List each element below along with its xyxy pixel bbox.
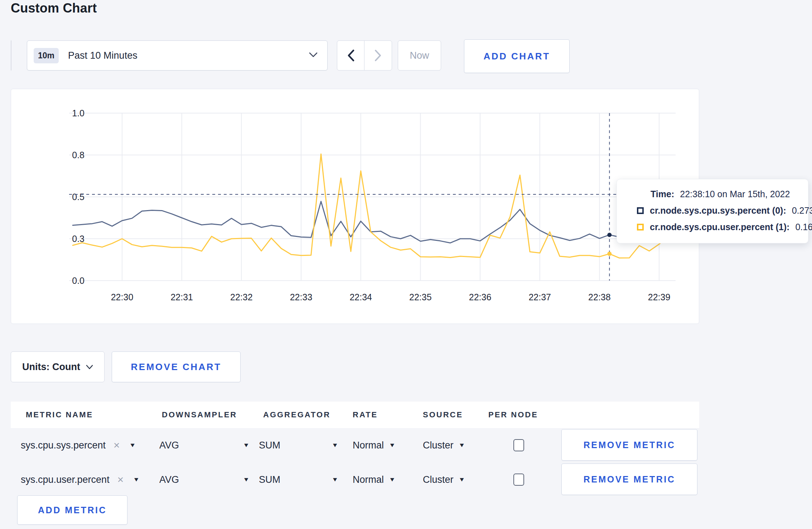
rate-select[interactable]: Normal ▼	[353, 428, 396, 462]
clear-metric-icon[interactable]: ×	[117, 474, 124, 486]
header-aggregator: AGGREGATOR	[263, 402, 330, 428]
downsampler-value: AVG	[159, 440, 179, 451]
chevron-down-icon	[309, 52, 318, 59]
add-metric-button[interactable]: ADD METRIC	[17, 495, 127, 525]
x-axis-tick-label: 22:38	[588, 292, 611, 302]
rate-select[interactable]: Normal ▼	[353, 462, 396, 497]
per-node-cell	[488, 462, 549, 497]
metric-name-select[interactable]: sys.cpu.user.percent × ▼	[21, 462, 140, 497]
caret-down-icon: ▼	[243, 442, 250, 449]
tooltip-time-value: 22:38:10 on Mar 15th, 2022	[680, 189, 790, 199]
cpu-line-chart[interactable]: 0.00.30.50.81.022:3022:3122:3222:3322:34…	[11, 89, 700, 324]
aggregator-select[interactable]: SUM ▼	[259, 462, 338, 497]
x-axis-tick-label: 22:36	[469, 292, 492, 302]
header-downsampler: DOWNSAMPLER	[162, 402, 237, 428]
now-button[interactable]: Now	[398, 40, 441, 71]
remove-metric-button[interactable]: REMOVE METRIC	[561, 464, 697, 495]
caret-down-icon: ▼	[389, 476, 396, 483]
time-step-buttons	[337, 40, 392, 71]
source-select[interactable]: Cluster ▼	[423, 428, 465, 462]
per-node-cell	[488, 428, 549, 462]
metric-name-select[interactable]: sys.cpu.sys.percent × ▼	[21, 428, 136, 462]
metrics-table-header: METRIC NAME DOWNSAMPLER AGGREGATOR RATE …	[11, 402, 699, 428]
per-node-checkbox[interactable]	[513, 439, 524, 451]
x-axis-tick-label: 22:30	[111, 292, 134, 302]
caret-down-icon: ▼	[389, 442, 396, 449]
header-rate: RATE	[353, 402, 378, 428]
caret-down-icon: ▼	[332, 476, 338, 483]
user-series-swatch-icon	[637, 224, 644, 230]
units-dropdown[interactable]: Units: Count	[11, 351, 105, 382]
aggregator-select[interactable]: SUM ▼	[259, 428, 338, 462]
metric-name-value: sys.cpu.sys.percent	[21, 440, 106, 451]
previous-time-button[interactable]	[337, 41, 364, 70]
tooltip-user-metric-value: 0.1601	[795, 222, 812, 232]
source-value: Cluster	[423, 440, 454, 451]
chevron-down-icon	[86, 365, 93, 369]
hover-point-dot	[607, 233, 612, 237]
toolbar-divider	[11, 40, 11, 71]
y-axis-tick-label: 0.8	[72, 150, 84, 160]
x-axis-tick-label: 22:32	[230, 292, 253, 302]
x-axis-tick-label: 22:31	[170, 292, 193, 302]
rate-value: Normal	[353, 440, 384, 451]
y-axis-tick-label: 0.3	[72, 234, 84, 244]
sys-cpu-line	[72, 202, 669, 243]
hover-point-dot	[607, 252, 612, 256]
rate-value: Normal	[353, 474, 384, 485]
caret-down-icon: ▼	[129, 442, 136, 449]
x-axis-tick-label: 22:39	[648, 292, 671, 302]
next-time-button[interactable]	[364, 41, 392, 70]
aggregator-value: SUM	[259, 440, 280, 451]
remove-metric-button[interactable]: REMOVE METRIC	[561, 429, 697, 461]
time-range-label: Past 10 Minutes	[68, 50, 137, 61]
downsampler-value: AVG	[159, 474, 179, 485]
add-chart-button[interactable]: ADD CHART	[464, 39, 570, 73]
metric-row: sys.cpu.user.percent × ▼ AVG ▼ SUM ▼ Nor…	[11, 462, 699, 497]
aggregator-value: SUM	[259, 474, 280, 485]
x-axis-tick-label: 22:33	[290, 292, 313, 302]
caret-down-icon: ▼	[243, 476, 250, 483]
header-source: SOURCE	[423, 402, 463, 428]
header-per-node: PER NODE	[488, 402, 538, 428]
caret-down-icon: ▼	[332, 442, 338, 449]
x-axis-tick-label: 22:35	[409, 292, 432, 302]
y-axis-tick-label: 0.5	[72, 192, 84, 202]
metric-row: sys.cpu.sys.percent × ▼ AVG ▼ SUM ▼ Norm…	[11, 428, 699, 462]
clear-metric-icon[interactable]: ×	[113, 439, 120, 451]
units-label: Units: Count	[22, 361, 80, 373]
x-axis-tick-label: 22:34	[349, 292, 372, 302]
tooltip-time-label: Time:	[651, 189, 674, 199]
page-title: Custom Chart	[11, 1, 97, 16]
downsampler-select[interactable]: AVG ▼	[159, 428, 250, 462]
tooltip-sys-metric-label: cr.node.sys.cpu.sys.percent (0):	[650, 205, 786, 216]
time-range-dropdown[interactable]: 10m Past 10 Minutes	[27, 40, 328, 71]
downsampler-select[interactable]: AVG ▼	[159, 462, 250, 497]
caret-down-icon: ▼	[459, 442, 465, 449]
custom-chart-panel: 0.00.30.50.81.022:3022:3122:3222:3322:34…	[11, 89, 699, 324]
x-axis-tick-label: 22:37	[528, 292, 551, 302]
header-metric-name: METRIC NAME	[26, 402, 93, 428]
chart-hover-tooltip: Time: 22:38:10 on Mar 15th, 2022 cr.node…	[617, 179, 808, 243]
y-axis-tick-label: 0.0	[72, 276, 84, 286]
caret-down-icon: ▼	[133, 476, 140, 483]
caret-down-icon: ▼	[459, 476, 465, 483]
source-value: Cluster	[423, 474, 454, 485]
user-cpu-line	[72, 154, 669, 258]
y-axis-tick-label: 1.0	[72, 108, 84, 118]
tooltip-sys-metric-value: 0.2732	[792, 205, 812, 216]
remove-chart-button[interactable]: REMOVE CHART	[112, 351, 241, 382]
metric-name-value: sys.cpu.user.percent	[21, 474, 110, 485]
source-select[interactable]: Cluster ▼	[423, 462, 465, 497]
time-range-badge: 10m	[34, 48, 59, 63]
per-node-checkbox[interactable]	[513, 474, 524, 486]
tooltip-user-metric-label: cr.node.sys.cpu.user.percent (1):	[650, 222, 789, 232]
sys-series-swatch-icon	[637, 207, 644, 214]
